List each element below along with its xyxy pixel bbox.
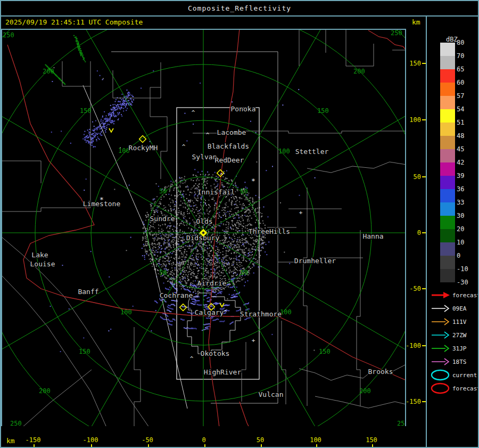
colorbar-swatch bbox=[440, 109, 455, 123]
right-axis-tick-label: 100 bbox=[409, 116, 421, 124]
station-caret-symbol: ^ bbox=[224, 309, 227, 316]
bottom-axis-tick-label: 50 bbox=[257, 436, 264, 444]
highway bbox=[240, 402, 249, 427]
city-label: Brooks bbox=[368, 368, 393, 376]
legend-row: 31JP bbox=[427, 342, 479, 355]
legend-arrow-icon bbox=[430, 315, 451, 328]
station-caret-symbol: ^ bbox=[190, 355, 194, 362]
city-label: Innisfail bbox=[197, 188, 235, 196]
colorbar-value-label: 36 bbox=[457, 185, 464, 193]
city-label: Strathmore bbox=[240, 310, 282, 318]
radar-map-canvas[interactable]: 2502001501005050100150200250501001502002… bbox=[1, 29, 406, 427]
right-axis-tick-mark bbox=[422, 401, 426, 402]
right-axis-tick-label: -100 bbox=[406, 342, 421, 349]
bottom-axis-tick-mark bbox=[261, 444, 262, 447]
colorbar-value-label: 60 bbox=[457, 79, 464, 86]
city-label: Olds bbox=[196, 217, 212, 225]
station-star-symbol: * bbox=[100, 196, 104, 203]
legend-label: current bbox=[452, 372, 477, 379]
range-ring-label: 200 bbox=[39, 387, 51, 395]
city-label: Sylvan bbox=[192, 153, 217, 161]
legend-label: 27ZW bbox=[452, 332, 467, 339]
wind-v-marker bbox=[109, 128, 113, 132]
range-ring-label: 100 bbox=[120, 308, 132, 316]
city-label: HighRiver bbox=[204, 368, 242, 376]
legend-row: 09EA bbox=[427, 302, 479, 315]
county-boundary bbox=[357, 230, 360, 406]
range-ring-label: 200 bbox=[353, 68, 365, 75]
legend-row: 27ZW bbox=[427, 329, 479, 341]
range-ring-label: 50 bbox=[159, 188, 167, 195]
legend-row: forecast bbox=[427, 382, 479, 395]
bottom-axis-tick-label: -100 bbox=[83, 436, 98, 444]
colorbar-value-label: 30 bbox=[457, 212, 464, 219]
bottom-axis-tick-label: 0 bbox=[202, 436, 205, 444]
right-axis-tick-mark bbox=[422, 345, 426, 346]
bottom-axis-tick-mark bbox=[316, 444, 317, 447]
county-boundary bbox=[134, 327, 141, 427]
right-axis-tick-mark bbox=[422, 232, 426, 233]
colorbar-swatch bbox=[440, 56, 455, 69]
colorbar-swatch bbox=[440, 216, 455, 229]
range-ring-label: 50 bbox=[159, 269, 167, 276]
county-boundary bbox=[346, 29, 374, 66]
legend-label: 111V bbox=[452, 319, 467, 325]
legend-arrow-icon bbox=[430, 342, 451, 355]
colorbar-value-label: 51 bbox=[457, 119, 464, 126]
radar-app-window: Composite_Reflectivity 2025/09/19 21:45:… bbox=[0, 0, 479, 448]
colorbar-swatch bbox=[440, 123, 455, 136]
city-label: Ponoka bbox=[231, 105, 256, 113]
legend-ellipse-icon bbox=[430, 369, 451, 381]
colorbar-value-label: 45 bbox=[457, 145, 464, 153]
right-axis: 150100500-50-100-150 bbox=[406, 29, 426, 427]
city-label: ThreeHills bbox=[249, 227, 290, 235]
station-caret-symbol: ^ bbox=[206, 132, 210, 139]
city-label: Lake bbox=[31, 251, 48, 259]
county-boundary bbox=[62, 61, 90, 86]
legend-row: current bbox=[427, 369, 479, 381]
city-label: RedDeer bbox=[215, 156, 244, 164]
right-axis-tick-label: -150 bbox=[406, 398, 421, 405]
city-label: Louise bbox=[30, 260, 55, 268]
colorbar-value-label: 42 bbox=[457, 159, 464, 166]
colorbar-swatch bbox=[440, 96, 455, 109]
colorbar-swatch bbox=[440, 43, 455, 56]
colorbar-swatch bbox=[440, 229, 455, 242]
colorbar-swatch bbox=[440, 202, 455, 216]
city-label: Banff bbox=[78, 288, 98, 296]
right-axis-tick-label: 150 bbox=[409, 60, 421, 67]
colorbar-swatch bbox=[440, 269, 455, 282]
colorbar-value-label: 39 bbox=[457, 172, 464, 180]
county-boundary bbox=[22, 370, 92, 427]
legend-row: 111V bbox=[427, 315, 479, 328]
county-boundary bbox=[113, 62, 161, 98]
right-axis-tick-label: 0 bbox=[417, 229, 421, 237]
bottom-axis-tick-mark bbox=[372, 444, 373, 447]
range-ring-label: 150 bbox=[80, 107, 92, 115]
right-axis-tick-mark bbox=[422, 119, 426, 120]
city-label: RockyMH bbox=[129, 144, 158, 152]
bottom-axis-tick-label: -150 bbox=[26, 436, 41, 444]
colorbar-title: dBZ bbox=[446, 36, 458, 43]
right-axis-unit-label: km bbox=[412, 18, 420, 26]
legend-label: 18TS bbox=[452, 359, 467, 365]
city-label: Cochrane bbox=[160, 291, 193, 299]
county-boundary bbox=[1, 161, 41, 183]
colorbar-swatch bbox=[440, 162, 455, 176]
colorbar-value-label: 33 bbox=[457, 199, 464, 206]
range-ring-label: 200 bbox=[359, 387, 371, 395]
range-ring-label: 50 bbox=[241, 269, 248, 276]
station-caret-symbol: ^ bbox=[182, 143, 186, 150]
timestamp-label: 2025/09/19 21:45:11 UTC Composite bbox=[5, 18, 143, 26]
colorbar-value-label: 54 bbox=[457, 105, 464, 113]
legend-arrow-icon bbox=[430, 355, 451, 368]
city-label: Vulcan bbox=[259, 390, 284, 398]
legend-ellipse-icon bbox=[430, 382, 451, 395]
right-axis-tick-mark bbox=[422, 176, 426, 177]
legend-arrow-icon bbox=[430, 329, 451, 341]
colorbar-value-label: 57 bbox=[457, 92, 464, 100]
colorbar-value-label: 80 bbox=[457, 39, 464, 46]
bottom-axis: km -150-100-50050100150 bbox=[1, 426, 406, 448]
legend-label: 31JP bbox=[452, 345, 467, 352]
city-label: Hanna bbox=[362, 232, 383, 240]
